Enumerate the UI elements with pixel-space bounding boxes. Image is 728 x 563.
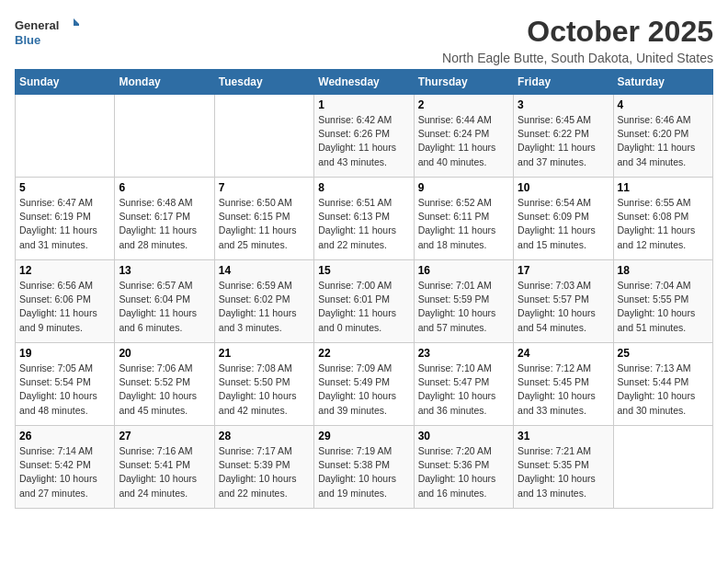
day-cell: 31Sunrise: 7:21 AM Sunset: 5:35 PM Dayli… <box>514 426 613 509</box>
week-row-5: 26Sunrise: 7:14 AM Sunset: 5:42 PM Dayli… <box>16 426 713 509</box>
day-number: 2 <box>418 98 509 111</box>
day-number: 26 <box>19 430 110 442</box>
day-cell: 1Sunrise: 6:42 AM Sunset: 6:26 PM Daylig… <box>314 95 414 178</box>
header-day-wednesday: Wednesday <box>314 70 414 95</box>
day-cell: 22Sunrise: 7:09 AM Sunset: 5:49 PM Dayli… <box>314 343 414 426</box>
day-number: 29 <box>318 430 409 442</box>
day-info: Sunrise: 7:09 AM Sunset: 5:49 PM Dayligh… <box>318 362 409 418</box>
day-cell: 13Sunrise: 6:57 AM Sunset: 6:04 PM Dayli… <box>115 260 214 343</box>
day-cell: 4Sunrise: 6:46 AM Sunset: 6:20 PM Daylig… <box>613 95 712 178</box>
day-cell: 17Sunrise: 7:03 AM Sunset: 5:57 PM Dayli… <box>514 260 613 343</box>
day-number: 21 <box>219 347 310 360</box>
day-info: Sunrise: 7:03 AM Sunset: 5:57 PM Dayligh… <box>518 279 609 335</box>
day-info: Sunrise: 6:46 AM Sunset: 6:20 PM Dayligh… <box>618 113 709 169</box>
day-info: Sunrise: 7:06 AM Sunset: 5:52 PM Dayligh… <box>119 362 210 418</box>
day-number: 10 <box>518 181 609 194</box>
day-info: Sunrise: 7:16 AM Sunset: 5:41 PM Dayligh… <box>119 444 210 500</box>
day-cell: 15Sunrise: 7:00 AM Sunset: 6:01 PM Dayli… <box>314 260 414 343</box>
header: General Blue October 2025 North Eagle Bu… <box>15 15 713 65</box>
day-cell: 3Sunrise: 6:45 AM Sunset: 6:22 PM Daylig… <box>514 95 613 178</box>
day-cell: 2Sunrise: 6:44 AM Sunset: 6:24 PM Daylig… <box>414 95 513 178</box>
day-number: 19 <box>19 347 110 360</box>
day-cell <box>214 95 313 178</box>
day-info: Sunrise: 7:19 AM Sunset: 5:38 PM Dayligh… <box>318 444 409 500</box>
day-info: Sunrise: 6:51 AM Sunset: 6:13 PM Dayligh… <box>318 196 409 252</box>
day-info: Sunrise: 6:50 AM Sunset: 6:15 PM Dayligh… <box>219 196 310 252</box>
day-number: 20 <box>119 347 210 360</box>
day-number: 28 <box>219 430 310 442</box>
day-cell: 29Sunrise: 7:19 AM Sunset: 5:38 PM Dayli… <box>314 426 414 509</box>
svg-text:Blue: Blue <box>15 33 40 47</box>
day-info: Sunrise: 6:54 AM Sunset: 6:09 PM Dayligh… <box>518 196 609 252</box>
header-day-tuesday: Tuesday <box>214 70 313 95</box>
week-row-2: 5Sunrise: 6:47 AM Sunset: 6:19 PM Daylig… <box>16 178 713 260</box>
day-number: 24 <box>518 347 609 360</box>
svg-text:General: General <box>15 18 59 32</box>
day-cell <box>115 95 214 178</box>
day-number: 13 <box>119 264 210 277</box>
day-info: Sunrise: 7:20 AM Sunset: 5:36 PM Dayligh… <box>418 444 509 500</box>
day-info: Sunrise: 6:59 AM Sunset: 6:02 PM Dayligh… <box>219 279 310 335</box>
day-number: 18 <box>618 264 709 277</box>
day-info: Sunrise: 7:10 AM Sunset: 5:47 PM Dayligh… <box>418 362 509 418</box>
day-info: Sunrise: 6:44 AM Sunset: 6:24 PM Dayligh… <box>418 113 509 169</box>
day-cell: 25Sunrise: 7:13 AM Sunset: 5:44 PM Dayli… <box>613 343 712 426</box>
day-cell: 8Sunrise: 6:51 AM Sunset: 6:13 PM Daylig… <box>314 178 414 260</box>
day-number: 3 <box>518 98 609 111</box>
day-cell: 6Sunrise: 6:48 AM Sunset: 6:17 PM Daylig… <box>115 178 214 260</box>
day-cell: 28Sunrise: 7:17 AM Sunset: 5:39 PM Dayli… <box>214 426 313 509</box>
svg-marker-1 <box>74 18 79 26</box>
day-number: 16 <box>418 264 509 277</box>
day-number: 7 <box>219 181 310 194</box>
day-number: 31 <box>518 430 609 442</box>
day-number: 4 <box>618 98 709 111</box>
week-row-4: 19Sunrise: 7:05 AM Sunset: 5:54 PM Dayli… <box>16 343 713 426</box>
day-number: 17 <box>518 264 609 277</box>
day-cell: 10Sunrise: 6:54 AM Sunset: 6:09 PM Dayli… <box>514 178 613 260</box>
day-cell: 5Sunrise: 6:47 AM Sunset: 6:19 PM Daylig… <box>16 178 115 260</box>
logo-svg: General Blue <box>15 15 79 52</box>
month-title: October 2025 <box>442 15 713 49</box>
day-number: 27 <box>119 430 210 442</box>
day-info: Sunrise: 7:12 AM Sunset: 5:45 PM Dayligh… <box>518 362 609 418</box>
header-row: SundayMondayTuesdayWednesdayThursdayFrid… <box>16 70 713 95</box>
day-info: Sunrise: 6:48 AM Sunset: 6:17 PM Dayligh… <box>119 196 210 252</box>
day-number: 6 <box>119 181 210 194</box>
day-cell <box>16 95 115 178</box>
day-cell: 11Sunrise: 6:55 AM Sunset: 6:08 PM Dayli… <box>613 178 712 260</box>
day-number: 11 <box>618 181 709 194</box>
day-info: Sunrise: 6:56 AM Sunset: 6:06 PM Dayligh… <box>19 279 110 335</box>
day-info: Sunrise: 7:13 AM Sunset: 5:44 PM Dayligh… <box>618 362 709 418</box>
day-cell: 7Sunrise: 6:50 AM Sunset: 6:15 PM Daylig… <box>214 178 313 260</box>
day-cell: 16Sunrise: 7:01 AM Sunset: 5:59 PM Dayli… <box>414 260 513 343</box>
header-day-saturday: Saturday <box>613 70 712 95</box>
day-cell: 18Sunrise: 7:04 AM Sunset: 5:55 PM Dayli… <box>613 260 712 343</box>
day-number: 23 <box>418 347 509 360</box>
day-info: Sunrise: 7:04 AM Sunset: 5:55 PM Dayligh… <box>618 279 709 335</box>
day-info: Sunrise: 6:55 AM Sunset: 6:08 PM Dayligh… <box>618 196 709 252</box>
day-cell: 9Sunrise: 6:52 AM Sunset: 6:11 PM Daylig… <box>414 178 513 260</box>
day-number: 12 <box>19 264 110 277</box>
day-number: 9 <box>418 181 509 194</box>
calendar-table: SundayMondayTuesdayWednesdayThursdayFrid… <box>15 69 713 509</box>
location-title: North Eagle Butte, South Dakota, United … <box>442 51 713 65</box>
day-cell: 19Sunrise: 7:05 AM Sunset: 5:54 PM Dayli… <box>16 343 115 426</box>
title-area: October 2025 North Eagle Butte, South Da… <box>442 15 713 65</box>
day-cell: 30Sunrise: 7:20 AM Sunset: 5:36 PM Dayli… <box>414 426 513 509</box>
day-info: Sunrise: 7:08 AM Sunset: 5:50 PM Dayligh… <box>219 362 310 418</box>
day-info: Sunrise: 7:14 AM Sunset: 5:42 PM Dayligh… <box>19 444 110 500</box>
header-day-friday: Friday <box>514 70 613 95</box>
day-number: 8 <box>318 181 409 194</box>
day-info: Sunrise: 6:42 AM Sunset: 6:26 PM Dayligh… <box>318 113 409 169</box>
day-cell: 14Sunrise: 6:59 AM Sunset: 6:02 PM Dayli… <box>214 260 313 343</box>
day-number: 15 <box>318 264 409 277</box>
day-cell: 12Sunrise: 6:56 AM Sunset: 6:06 PM Dayli… <box>16 260 115 343</box>
day-cell <box>613 426 712 509</box>
day-cell: 26Sunrise: 7:14 AM Sunset: 5:42 PM Dayli… <box>16 426 115 509</box>
day-number: 5 <box>19 181 110 194</box>
day-info: Sunrise: 6:52 AM Sunset: 6:11 PM Dayligh… <box>418 196 509 252</box>
day-number: 1 <box>318 98 409 111</box>
day-info: Sunrise: 7:05 AM Sunset: 5:54 PM Dayligh… <box>19 362 110 418</box>
day-info: Sunrise: 7:21 AM Sunset: 5:35 PM Dayligh… <box>518 444 609 500</box>
day-info: Sunrise: 7:01 AM Sunset: 5:59 PM Dayligh… <box>418 279 509 335</box>
